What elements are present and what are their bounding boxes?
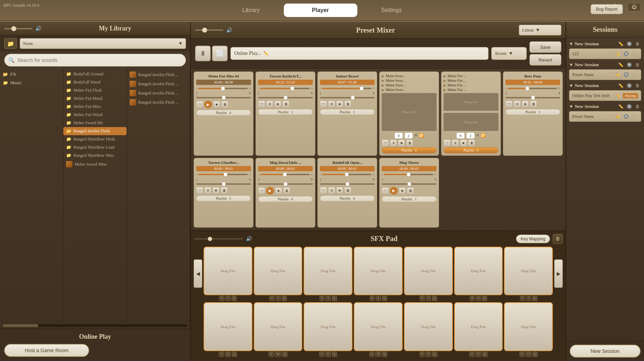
waveform-icon-1[interactable]: 〰 [258, 101, 265, 108]
library-volume-thumb[interactable] [11, 26, 16, 31]
key-edit-y[interactable]: ✎ [482, 352, 487, 357]
sfx-pad-button-r[interactable]: Drag File [354, 302, 403, 351]
counter-box-b[interactable]: 2 [404, 132, 413, 139]
waveform-icon-2[interactable]: 〰 [320, 101, 327, 108]
sfx-volume-slider[interactable] [194, 238, 243, 240]
revert-button[interactable]: Revert [529, 54, 561, 65]
folder-ranged-shortbow-miss[interactable]: 📁Ranged ShortBow Miss [63, 151, 127, 160]
folder-ranged-javelin-flesh[interactable]: 📂Ranged Javelin Flesh [63, 127, 127, 135]
filter-select[interactable]: None ▼ [20, 38, 186, 49]
session-info-btn-2[interactable]: 🔘 [626, 82, 633, 89]
sfx-pad-button-6[interactable]: Drag File [504, 247, 553, 296]
playlist-badge-3[interactable]: Playlist 4 [382, 147, 437, 153]
pan-track-6[interactable] [196, 183, 251, 185]
pan-track-2[interactable] [320, 97, 375, 98]
session-preset-edit-3[interactable]: ✏️ [614, 113, 621, 120]
stop-btn-8[interactable]: ■ [336, 187, 343, 194]
session-delete-btn-2[interactable]: 🗑 [634, 82, 641, 89]
session-delete-btn-1[interactable]: 🗑 [634, 61, 641, 68]
play-btn-7[interactable]: ▶ [266, 187, 274, 195]
playlist-badge-8[interactable]: Playlist 4 [320, 195, 375, 201]
sfx-pad-button-4[interactable]: Drag File [404, 247, 453, 296]
sfx-volume-thumb[interactable] [208, 237, 212, 241]
stop-button[interactable]: ⬜ [212, 46, 228, 61]
playlist-badge-6[interactable]: Playlist 5 [196, 195, 251, 201]
session-preset-info-0[interactable]: 🔘 [622, 50, 630, 57]
waveform-icon-4[interactable]: 〰 [444, 139, 451, 147]
vol-plus-5[interactable]: + [558, 86, 560, 90]
pause-btn-5[interactable]: ⏸ [514, 101, 521, 108]
folder-melee-fist-metal[interactable]: 📁Melee Fist Metal [63, 94, 127, 103]
vol-track-8[interactable] [322, 174, 371, 175]
sfx-trash-button[interactable]: 🗑 [553, 234, 563, 244]
sfx-pad-button-q[interactable]: Drag File [204, 302, 252, 351]
linear-select[interactable]: Linear ▼ [519, 25, 561, 35]
vol-track-1[interactable] [260, 88, 310, 89]
session-preset-delete-0[interactable]: 🗑 [631, 50, 638, 57]
session-preset-delete-1[interactable]: 🗑 [631, 71, 638, 78]
stop-btn-5[interactable]: ■ [522, 101, 529, 108]
pan-thumb-0[interactable] [222, 96, 226, 99]
key-edit-u[interactable]: ✎ [533, 352, 538, 357]
playlist-badge-7[interactable]: Playlist 4 [258, 196, 313, 202]
key-edit-6[interactable]: ✎ [532, 296, 537, 301]
drag-file-area-3[interactable]: Drag a file [382, 93, 437, 131]
key-edit-2[interactable]: ✎ [332, 296, 337, 301]
vol-minus-5[interactable]: - [505, 86, 507, 90]
power-button[interactable]: ⏻ [628, 3, 640, 11]
session-delete-btn-0[interactable]: 🗑 [634, 40, 641, 47]
waveform-icon-0[interactable]: 〰 [196, 101, 203, 108]
folder-button[interactable]: 📁 [4, 38, 17, 49]
stop-btn-7[interactable]: ■ [275, 187, 282, 194]
file-3[interactable]: Ranged Javelin Flesh ... [127, 88, 190, 98]
vol-track-5[interactable] [508, 88, 557, 89]
tab-library[interactable]: Library [221, 4, 281, 16]
key-edit-1[interactable]: ✎ [282, 296, 287, 301]
folder-bodyfall-ground[interactable]: 📁BodyFall Ground [63, 70, 127, 78]
key-edit-4[interactable]: ✎ [432, 296, 437, 301]
folder-ranged-shortbow-load[interactable]: 📁Ranged ShortBow Load [63, 143, 127, 151]
trash-btn-4[interactable]: 🗑 [468, 139, 475, 147]
edit-session-icon[interactable]: ✏️ [263, 51, 269, 56]
sfx-pad-button-t[interactable]: Drag File [404, 302, 453, 351]
key-edit-r[interactable]: ✎ [382, 352, 387, 357]
pan-thumb-2[interactable] [351, 96, 355, 99]
vol-minus-9[interactable]: - [382, 173, 383, 177]
trash-btn-7[interactable]: 🗑 [283, 187, 290, 194]
folder-melee-fist-wood[interactable]: 📁Melee Fist Wood [63, 111, 127, 119]
key-mapping-button[interactable]: Key Mapping [516, 235, 550, 243]
category-music[interactable]: 📁 Music [0, 79, 63, 87]
pan-track-9[interactable] [382, 183, 437, 185]
session-expand-3[interactable]: ▼ [569, 104, 573, 109]
play-btn-9[interactable]: ▶ [390, 187, 398, 195]
trash-btn-5[interactable]: 🗑 [530, 101, 537, 108]
sfx-pad-button-1[interactable]: Drag File [254, 247, 303, 296]
pan-track-0[interactable] [196, 97, 251, 98]
counter-box-a[interactable]: 0 [394, 132, 403, 139]
pan-track-8[interactable] [320, 183, 375, 185]
key-edit-e[interactable]: ✎ [332, 352, 337, 357]
playlist-badge-0[interactable]: Playlist 4 [196, 110, 251, 116]
vol-minus-0[interactable]: - [196, 86, 197, 90]
pause-btn-3[interactable]: ⏸ [390, 139, 397, 147]
session-expand-1[interactable]: ▼ [569, 62, 573, 68]
session-delete-btn-3[interactable]: 🗑 [634, 103, 641, 110]
key-edit-t[interactable]: ✎ [432, 352, 437, 357]
key-edit-0[interactable]: ✎ [232, 296, 236, 301]
playlist-badge-9[interactable]: Playlist 1 [382, 196, 437, 202]
pan-thumb-5[interactable] [531, 96, 535, 99]
vol-minus-8[interactable]: - [320, 173, 321, 177]
pause-btn-2[interactable]: ⏸ [328, 101, 335, 108]
sfx-pad-button-w[interactable]: Drag File [254, 302, 303, 351]
file-1[interactable]: Ranged Javelin Flesh ... [127, 70, 190, 79]
vol-plus-9[interactable]: + [434, 173, 437, 177]
folder-melee-sword-hit[interactable]: 📁Melee Sword Hit [63, 119, 127, 127]
trash-btn-9[interactable]: 🗑 [407, 187, 414, 194]
key-edit-w[interactable]: ✎ [282, 352, 287, 357]
trash-btn-2[interactable]: 🗑 [344, 101, 351, 108]
stop-btn-3[interactable]: ■ [398, 139, 405, 147]
session-preset-edit-0[interactable]: ✏️ [614, 50, 621, 57]
trash-btn-1[interactable]: 🗑 [282, 101, 289, 108]
session-info-btn-1[interactable]: 🔘 [626, 61, 633, 68]
vol-minus-1[interactable]: - [258, 86, 259, 90]
